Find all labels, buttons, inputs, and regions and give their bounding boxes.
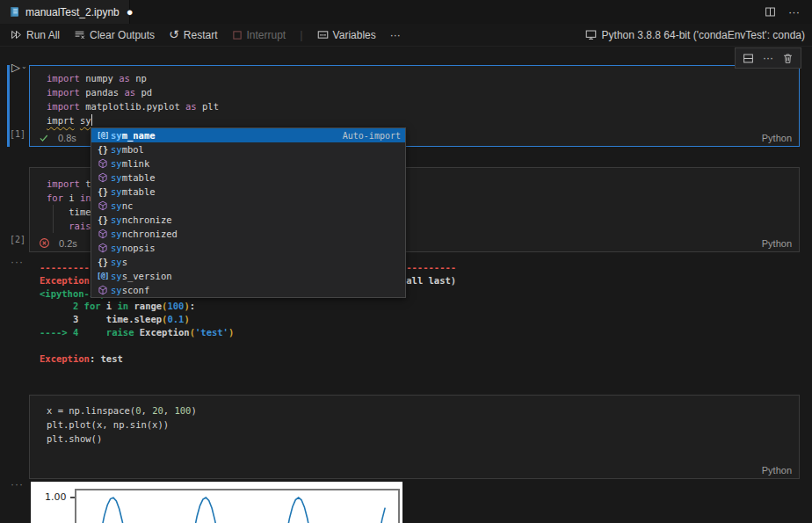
label-text: s_version: [122, 271, 172, 281]
toolbar-----button[interactable]: ···: [390, 29, 401, 41]
toolbar-variables-button[interactable]: Variables: [317, 29, 376, 41]
match-text: sy: [111, 214, 122, 225]
toolbar-restart-button[interactable]: ↺Restart: [169, 28, 217, 41]
kernel-picker[interactable]: Python 3.8.8 64-bit ('condaEnvTest': con…: [585, 29, 805, 41]
match-text: sy: [111, 200, 122, 211]
cell2-language[interactable]: Python: [762, 238, 792, 249]
suggest-item-sys_version[interactable]: [@]sys_version: [91, 269, 405, 283]
suggest-item-symbol[interactable]: {}symbol: [91, 142, 405, 156]
suggest-item-sys[interactable]: {}sys: [91, 255, 405, 269]
unsaved-dot[interactable]: ●: [127, 6, 134, 18]
label-text: s: [122, 257, 127, 267]
label-text: sconf: [122, 285, 150, 295]
toolbar-label: ···: [390, 29, 401, 41]
plot-more-button[interactable]: ···: [11, 478, 24, 490]
symbol-method-icon: [95, 200, 111, 211]
suggest-item-sysconf[interactable]: sysconf: [91, 283, 405, 297]
matplotlib-plot-output: 1.00: [31, 482, 402, 523]
autocomplete-dropdown: [@]sym_nameAuto-import{}symbolsymlinksym…: [91, 127, 406, 298]
suggest-item-symtable[interactable]: symtable: [91, 171, 405, 185]
clear-outputs-icon: [74, 29, 85, 40]
suggest-item-synchronized[interactable]: synchronized: [91, 227, 405, 241]
cell3-code[interactable]: x = np.linspace(0, 20, 100) plt.plot(x, …: [47, 403, 197, 446]
label-text: nchronize: [122, 214, 172, 225]
symbol-variable-icon: [@]: [95, 272, 111, 280]
cell1-execution-count: [1]: [10, 129, 25, 139]
toolbar-label: Interrupt: [247, 29, 286, 41]
match-text: sy: [111, 158, 122, 169]
symbol-module-icon: {}: [95, 187, 111, 197]
toolbar-label: Run All: [26, 29, 60, 41]
cell3-status-bar: Python: [39, 465, 792, 476]
symbol-method-icon: [95, 172, 111, 183]
variables-icon: [317, 29, 329, 40]
suggest-item-sym_name[interactable]: [@]sym_nameAuto-import: [91, 128, 405, 142]
label-text: mbol: [122, 144, 144, 155]
vm-icon: [585, 29, 597, 40]
toolbar-clear-outputs-button[interactable]: Clear Outputs: [74, 29, 155, 41]
symbol-method-icon: [95, 243, 111, 253]
symbol-method-icon: [95, 285, 111, 295]
cell3-language[interactable]: Python: [762, 465, 792, 476]
suggest-detail: Auto-import: [343, 131, 401, 141]
notebook-toolbar: Run AllClear Outputs↺RestartInterrupt|Va…: [0, 24, 812, 47]
cell2-duration: 0.2s: [59, 238, 77, 249]
toolbar-interrupt-button[interactable]: Interrupt: [232, 29, 286, 41]
suggest-item-synopsis[interactable]: synopsis: [91, 241, 405, 255]
match-text: sy: [111, 285, 122, 295]
cell-toolbar: ···: [735, 47, 801, 69]
match-text: sy: [111, 271, 122, 281]
restart-icon: ↺: [169, 28, 179, 41]
match-text: sy: [111, 243, 122, 253]
toolbar-run-all-button[interactable]: Run All: [11, 29, 60, 41]
label-text: nopsis: [122, 243, 156, 253]
match-text: sy: [111, 186, 122, 197]
text-cursor: [91, 114, 93, 126]
split-editor-icon[interactable]: [765, 6, 776, 18]
split-cell-icon[interactable]: [743, 53, 754, 64]
match-text: sy: [111, 130, 122, 141]
label-text: nc: [122, 200, 134, 211]
match-text: sy: [111, 257, 122, 267]
cell1-language[interactable]: Python: [762, 133, 792, 143]
symbol-method-icon: [95, 158, 111, 169]
symbol-module-icon: {}: [95, 258, 111, 267]
output-more-button[interactable]: ···: [11, 256, 24, 268]
sine-curve: [31, 482, 402, 523]
run-all-icon: [11, 29, 22, 40]
editor-actions: ···: [765, 6, 812, 18]
match-text: sy: [111, 172, 122, 183]
indent-guide: [53, 205, 54, 233]
code-cell-3[interactable]: x = np.linspace(0, 20, 100) plt.plot(x, …: [29, 395, 800, 479]
cell1-code[interactable]: import numpy as np import pandas as pd i…: [47, 71, 219, 127]
toolbar-separator: |: [300, 28, 302, 41]
more-actions-icon[interactable]: ···: [788, 6, 800, 18]
label-text: mtable: [122, 186, 156, 197]
label-text: mtable: [122, 172, 156, 183]
more-icon[interactable]: ···: [763, 53, 773, 63]
cell2-execution-count: [2]: [10, 235, 25, 244]
match-text: sy: [111, 144, 122, 155]
suggest-item-sync[interactable]: sync: [91, 199, 405, 213]
cell1-run-button[interactable]: ▷⌄: [11, 61, 27, 74]
label-text: nchronized: [122, 229, 178, 239]
suggest-item-symtable[interactable]: {}symtable: [91, 185, 405, 199]
vscode-notebook-window: manualTest_2.ipynb ● ··· Run AllClear Ou…: [0, 0, 812, 523]
success-check-icon: [39, 133, 49, 143]
symbol-variable-icon: [@]: [95, 131, 111, 140]
suggest-item-symlink[interactable]: symlink: [91, 156, 405, 171]
delete-cell-icon[interactable]: [782, 53, 794, 64]
symbol-module-icon: {}: [95, 145, 111, 155]
symbol-method-icon: [95, 229, 111, 239]
label-text: mlink: [122, 158, 150, 169]
tab-title: manualTest_2.ipynb: [25, 6, 120, 18]
match-text: sy: [111, 229, 122, 239]
label-text: m_name: [122, 130, 156, 141]
tab-manualtest2[interactable]: manualTest_2.ipynb ●: [0, 0, 130, 24]
cell1-duration: 0.8s: [58, 133, 76, 143]
interrupt-icon: [232, 30, 243, 40]
toolbar-label: Clear Outputs: [90, 29, 155, 41]
tab-bar: manualTest_2.ipynb ● ···: [0, 0, 812, 24]
toolbar-label: Variables: [333, 29, 376, 41]
suggest-item-synchronize[interactable]: {}synchronize: [91, 213, 405, 227]
